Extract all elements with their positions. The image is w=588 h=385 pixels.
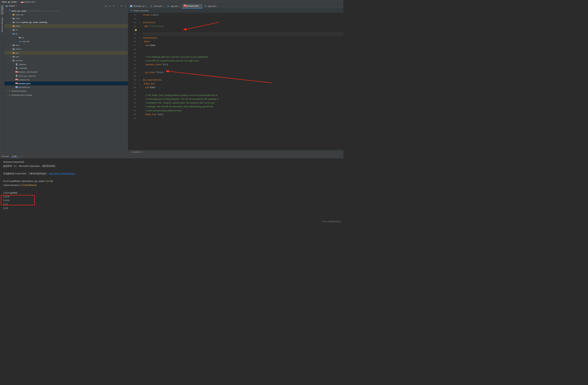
folder-icon bbox=[12, 52, 15, 54]
tree-dart-tool[interactable]: .dart_tool bbox=[5, 13, 128, 16]
tree-windows[interactable]: windows bbox=[5, 58, 128, 62]
tree-ios[interactable]: ios bbox=[5, 28, 128, 32]
folder-icon bbox=[12, 59, 15, 61]
tree-analysis[interactable]: YMLanalysis_options.yaml bbox=[5, 70, 128, 74]
terminal-line: Windows PowerShell bbox=[3, 160, 340, 164]
watermark: CSDN @早起的年轻人 bbox=[322, 220, 341, 223]
tree-root[interactable]: demo_go_router D:\code\flutter_demo\demo… bbox=[5, 9, 128, 13]
divider: | bbox=[116, 4, 119, 8]
folder-icon bbox=[12, 21, 15, 23]
terminal-line: 3.7.2 bbox=[3, 202, 340, 206]
tree-android[interactable]: android[demo_go_router_android] bbox=[5, 20, 128, 24]
tree-readme[interactable]: MDREADME.md bbox=[5, 85, 128, 89]
tab-page-dart[interactable]: ◈page.dart× bbox=[203, 4, 220, 9]
intention-bulb-icon[interactable]: 💡 bbox=[135, 28, 137, 32]
code-area[interactable]: version: 1.0.0+1 environment: sdk: '>=3.… bbox=[141, 13, 343, 150]
tree-metadata[interactable]: .metadata bbox=[5, 66, 128, 70]
terminal-header: Terminal: Local× + ˅ bbox=[0, 154, 343, 158]
document-indicator: Document 1/1 bbox=[132, 151, 143, 153]
project-tree: demo_go_router D:\code\flutter_demo\demo… bbox=[5, 8, 128, 154]
terminal-line: PS D:\code\flutter_demo\demo_go_router> … bbox=[3, 179, 340, 183]
terminal-line: Cache Directory: D:\soft\sdk\flutter bbox=[3, 183, 340, 187]
hide-button[interactable]: — bbox=[124, 4, 127, 8]
breadcrumb-separator: 〉 bbox=[18, 1, 20, 3]
tree-build[interactable]: build bbox=[5, 24, 128, 28]
tab-pubspec[interactable]: YMLpubspec.yaml× bbox=[182, 4, 203, 9]
tree-lib[interactable]: lib bbox=[5, 32, 128, 36]
tree-main-dart[interactable]: ◈main.dart bbox=[5, 40, 128, 43]
close-icon[interactable]: × bbox=[217, 5, 218, 7]
close-icon[interactable]: × bbox=[17, 155, 18, 157]
breadcrumb-project[interactable]: demo_go_router bbox=[2, 1, 17, 3]
tree-test[interactable]: test bbox=[5, 51, 128, 55]
tab-app-dart[interactable]: ◈app.dart× bbox=[166, 4, 182, 9]
project-header: Project ▾ ◎ ≡ ⇥ | ✶ — bbox=[5, 4, 128, 8]
folder-icon bbox=[12, 25, 15, 27]
folder-icon bbox=[12, 55, 15, 58]
project-icon bbox=[6, 5, 8, 7]
terminal-line: 3.13.0 bbox=[3, 199, 340, 202]
project-pane: Project ▾ ◎ ≡ ⇥ | ✶ — demo_go_router D:\… bbox=[5, 4, 128, 154]
dart-icon: ◈ bbox=[19, 40, 21, 42]
tree-gitignore[interactable]: .gitignore bbox=[5, 62, 128, 66]
rail-tab-project[interactable]: Project bbox=[1, 5, 4, 15]
editor-tabs: MDREADME.md× ◈main.dart× ◈app.dart× YMLp… bbox=[128, 4, 343, 9]
tree-iml[interactable]: demo_go_router.iml bbox=[5, 74, 128, 78]
scratches-icon: ⌬ bbox=[8, 94, 11, 96]
rail-tab-resource-manager[interactable]: Resource Manager bbox=[1, 16, 4, 33]
file-icon bbox=[15, 67, 18, 69]
yaml-icon: YML bbox=[15, 82, 18, 84]
editor-body[interactable]: 19 20 21 22 23 24 25 26 27 28 29 30 31 3… bbox=[128, 13, 343, 150]
terminal-dropdown-icon[interactable]: ˅ bbox=[24, 155, 25, 157]
breadcrumb[interactable]: demo_go_router 〉 YML pubspec.yaml bbox=[0, 0, 343, 4]
close-icon[interactable]: × bbox=[163, 5, 164, 7]
tree-linux[interactable]: linux bbox=[5, 43, 128, 47]
tree-web[interactable]: web bbox=[5, 55, 128, 58]
terminal-add-button[interactable]: + bbox=[21, 155, 23, 158]
terminal-line: 3.3.5 bbox=[3, 206, 340, 210]
gutter: 19 20 21 22 23 24 25 26 27 28 29 30 31 3… bbox=[128, 13, 138, 150]
tab-main-dart[interactable]: ◈main.dart× bbox=[149, 4, 166, 9]
breadcrumb-file[interactable]: pubspec.yaml bbox=[23, 1, 35, 3]
terminal-link[interactable]: https://aka.ms/PSWindows bbox=[49, 172, 75, 175]
terminal-body[interactable]: Windows PowerShell 版权所有（C） Microsoft Cor… bbox=[0, 158, 343, 225]
tree-src[interactable]: src bbox=[5, 36, 128, 39]
terminal-pane: Terminal: Local× + ˅ Windows PowerShell … bbox=[0, 154, 343, 225]
annotation-box bbox=[1, 195, 35, 205]
tree-lock[interactable]: YMLpubspec.lock bbox=[5, 78, 128, 81]
tree-pubspec[interactable]: YMLpubspec.yaml bbox=[5, 82, 128, 85]
folder-icon bbox=[12, 44, 15, 46]
terminal-line: 安装最新的 PowerShell，了解新功能和改进！ https://aka.m… bbox=[3, 172, 340, 176]
file-icon bbox=[15, 63, 18, 66]
yaml-icon: YML bbox=[184, 5, 186, 7]
yaml-icon: YML bbox=[15, 71, 18, 73]
close-icon[interactable]: × bbox=[200, 5, 201, 7]
tree-idea[interactable]: .idea bbox=[5, 16, 128, 20]
collapse-all-button[interactable]: ⇥ bbox=[112, 4, 115, 8]
locate-button[interactable]: ◎ bbox=[104, 4, 108, 8]
close-icon[interactable]: × bbox=[146, 5, 147, 7]
terminal-line: 3.16.0 (global) bbox=[3, 191, 340, 195]
flutter-commands-bar[interactable]: Flutter commands bbox=[128, 9, 343, 13]
fold-column[interactable]: ⊟⌊ ⊟⊟ ⌊ ⌊⊟⊟⌊ ⌊ bbox=[138, 13, 141, 150]
md-icon: MD bbox=[130, 5, 132, 7]
yaml-icon: YML bbox=[21, 1, 23, 3]
dart-icon: ◈ bbox=[167, 5, 170, 7]
tab-readme[interactable]: MDREADME.md× bbox=[128, 4, 149, 9]
flutter-icon bbox=[8, 10, 11, 12]
expand-all-button[interactable]: ≡ bbox=[108, 4, 111, 8]
terminal-tab-local[interactable]: Local× bbox=[11, 154, 19, 158]
close-icon[interactable]: × bbox=[179, 5, 180, 7]
editor-status-bar: Document 1/1 bbox=[128, 150, 343, 154]
folder-icon bbox=[12, 13, 15, 16]
editor-pane: MDREADME.md× ◈main.dart× ◈app.dart× YMLp… bbox=[128, 4, 343, 154]
dart-icon: ◈ bbox=[204, 5, 207, 7]
settings-button[interactable]: ✶ bbox=[120, 4, 123, 8]
folder-icon bbox=[12, 33, 15, 35]
tree-scratches[interactable]: ⌬Scratches and Consoles bbox=[5, 93, 128, 97]
tree-external[interactable]: ⫴External Libraries bbox=[5, 89, 128, 93]
project-dropdown-icon[interactable]: ▾ bbox=[16, 5, 17, 7]
tree-macos[interactable]: macos bbox=[5, 47, 128, 51]
terminal-label: Terminal: bbox=[2, 155, 9, 157]
project-title[interactable]: Project bbox=[9, 5, 15, 7]
